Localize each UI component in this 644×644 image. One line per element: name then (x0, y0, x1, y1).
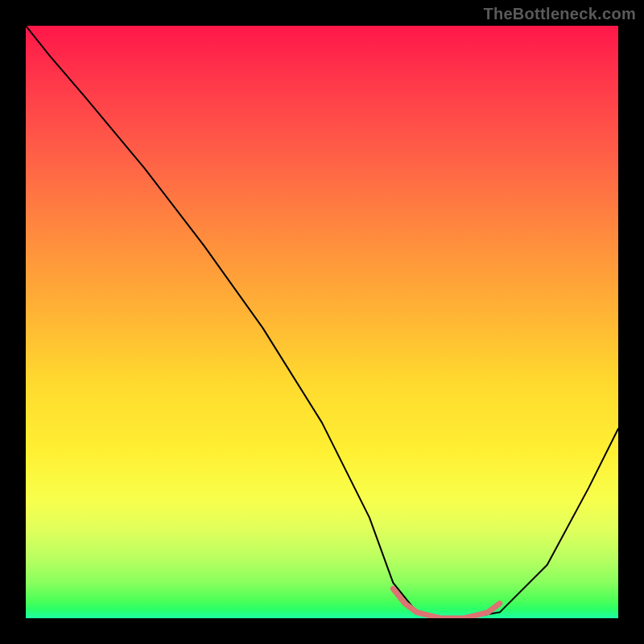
highlight-min-path (393, 588, 500, 618)
watermark-label: TheBottleneck.com (483, 5, 636, 23)
chart-frame: TheBottleneck.com (0, 0, 644, 644)
chart-plot-area (26, 26, 618, 618)
chart-svg (26, 26, 618, 618)
black-curve-path (26, 26, 618, 618)
